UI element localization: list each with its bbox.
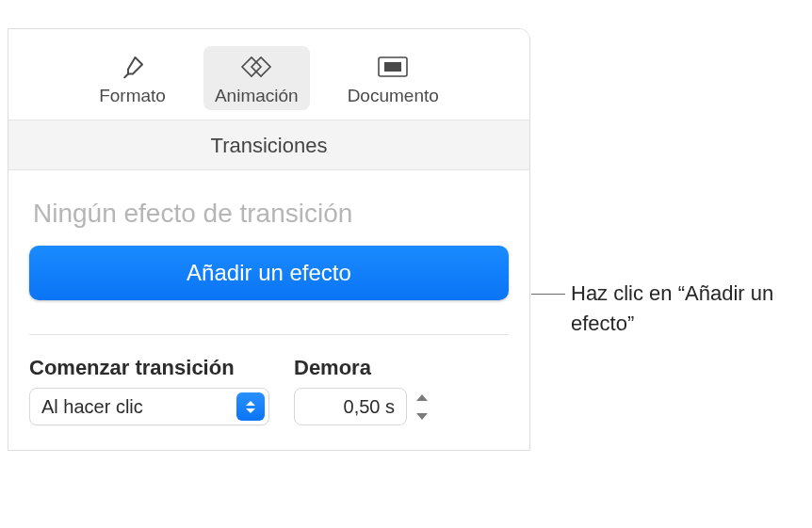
paintbrush-icon: [119, 52, 147, 82]
svg-rect-1: [384, 62, 401, 72]
tab-label: Animación: [215, 86, 299, 106]
options-row: Comenzar transición Al hacer clic Demora…: [29, 356, 509, 425]
delay-stepper: [413, 388, 431, 425]
tab-label: Documento: [348, 86, 439, 106]
chevron-down-icon: [416, 413, 428, 420]
tab-document[interactable]: Documento: [336, 46, 450, 110]
chevron-up-icon: [246, 401, 255, 406]
add-effect-button[interactable]: Añadir un efecto: [29, 246, 509, 300]
start-transition-label: Comenzar transición: [29, 356, 269, 380]
callout-leader-line: [531, 294, 565, 295]
start-transition-select[interactable]: Al hacer clic: [29, 388, 269, 425]
animation-icon: [238, 52, 274, 82]
delay-input[interactable]: 0,50 s: [294, 388, 407, 425]
inspector-tabs: Formato Animación Documento: [8, 29, 529, 120]
select-value: Al hacer clic: [41, 396, 143, 418]
callout-text: Haz clic en “Añadir un efecto”: [571, 279, 797, 339]
chevron-down-icon: [246, 408, 255, 413]
document-icon: [377, 52, 409, 82]
tab-label: Formato: [99, 86, 166, 106]
no-effect-label: Ningún efecto de transición: [29, 199, 509, 229]
start-transition-field: Comenzar transición Al hacer clic: [29, 356, 269, 425]
transitions-content: Ningún efecto de transición Añadir un ef…: [8, 170, 529, 450]
delay-spinner: 0,50 s: [294, 388, 431, 425]
select-toggle-icon: [236, 392, 265, 421]
delay-field: Demora 0,50 s: [294, 356, 431, 425]
stepper-up-button[interactable]: [413, 390, 431, 405]
tab-format[interactable]: Formato: [88, 46, 177, 110]
tab-animation[interactable]: Animación: [203, 46, 310, 110]
chevron-up-icon: [416, 394, 428, 401]
delay-label: Demora: [294, 356, 431, 380]
divider: [29, 334, 509, 335]
section-title: Transiciones: [8, 120, 529, 170]
inspector-panel: Formato Animación Documento Transiciones: [8, 28, 530, 451]
stepper-down-button[interactable]: [413, 408, 431, 424]
